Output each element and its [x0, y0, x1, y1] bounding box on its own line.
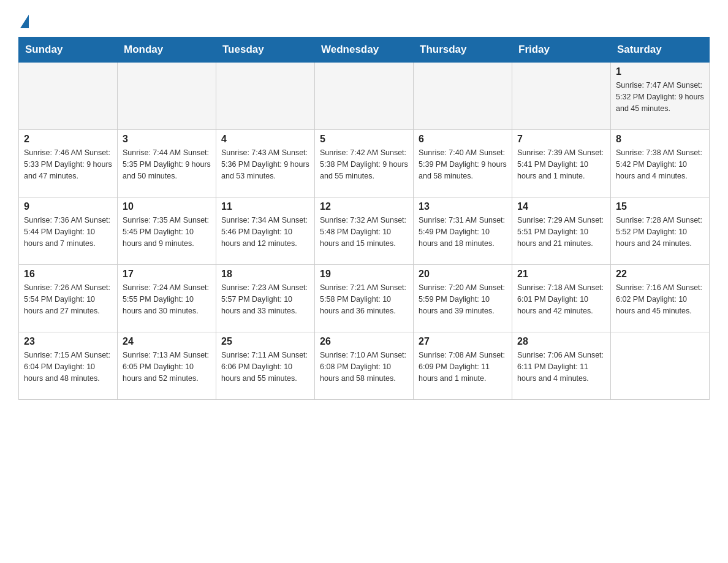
day-number: 25 — [221, 336, 309, 347]
week-row-2: 2Sunrise: 7:46 AM Sunset: 5:33 PM Daylig… — [19, 130, 710, 197]
calendar-cell — [216, 63, 315, 130]
calendar-cell — [414, 63, 512, 130]
weekday-header-row: SundayMondayTuesdayWednesdayThursdayFrid… — [19, 37, 710, 63]
day-number: 20 — [419, 269, 507, 280]
day-info: Sunrise: 7:35 AM Sunset: 5:45 PM Dayligh… — [123, 215, 211, 249]
day-info: Sunrise: 7:06 AM Sunset: 6:11 PM Dayligh… — [517, 350, 605, 384]
day-number: 2 — [24, 134, 112, 145]
day-number: 14 — [517, 201, 605, 212]
day-number: 22 — [616, 269, 704, 280]
day-number: 6 — [419, 134, 507, 145]
day-info: Sunrise: 7:36 AM Sunset: 5:44 PM Dayligh… — [24, 215, 112, 249]
calendar-cell: 7Sunrise: 7:39 AM Sunset: 5:41 PM Daylig… — [512, 130, 611, 197]
calendar-cell: 8Sunrise: 7:38 AM Sunset: 5:42 PM Daylig… — [611, 130, 710, 197]
calendar-cell: 20Sunrise: 7:20 AM Sunset: 5:59 PM Dayli… — [414, 265, 512, 332]
calendar-cell: 22Sunrise: 7:16 AM Sunset: 6:02 PM Dayli… — [611, 265, 710, 332]
calendar-cell — [611, 332, 710, 400]
calendar-cell: 5Sunrise: 7:42 AM Sunset: 5:38 PM Daylig… — [315, 130, 414, 197]
day-info: Sunrise: 7:16 AM Sunset: 6:02 PM Dayligh… — [616, 282, 704, 316]
weekday-header-friday: Friday — [512, 37, 611, 63]
calendar-table: SundayMondayTuesdayWednesdayThursdayFrid… — [18, 37, 710, 400]
calendar-cell: 11Sunrise: 7:34 AM Sunset: 5:46 PM Dayli… — [216, 197, 315, 265]
day-info: Sunrise: 7:32 AM Sunset: 5:48 PM Dayligh… — [320, 215, 408, 249]
day-info: Sunrise: 7:47 AM Sunset: 5:32 PM Dayligh… — [616, 80, 704, 114]
logo-arrow-icon — [20, 15, 29, 28]
calendar-cell: 3Sunrise: 7:44 AM Sunset: 5:35 PM Daylig… — [118, 130, 216, 197]
day-info: Sunrise: 7:08 AM Sunset: 6:09 PM Dayligh… — [419, 350, 507, 384]
day-number: 4 — [221, 134, 309, 145]
calendar-cell: 21Sunrise: 7:18 AM Sunset: 6:01 PM Dayli… — [512, 265, 611, 332]
calendar-cell — [118, 63, 216, 130]
day-number: 21 — [517, 269, 605, 280]
day-number: 3 — [123, 134, 211, 145]
day-number: 28 — [517, 336, 605, 347]
calendar-cell: 2Sunrise: 7:46 AM Sunset: 5:33 PM Daylig… — [19, 130, 118, 197]
day-number: 5 — [320, 134, 408, 145]
calendar-cell: 15Sunrise: 7:28 AM Sunset: 5:52 PM Dayli… — [611, 197, 710, 265]
page-header — [18, 12, 710, 26]
calendar-cell — [315, 63, 414, 130]
calendar-cell: 14Sunrise: 7:29 AM Sunset: 5:51 PM Dayli… — [512, 197, 611, 265]
day-info: Sunrise: 7:31 AM Sunset: 5:49 PM Dayligh… — [419, 215, 507, 249]
day-info: Sunrise: 7:40 AM Sunset: 5:39 PM Dayligh… — [419, 147, 507, 182]
week-row-5: 23Sunrise: 7:15 AM Sunset: 6:04 PM Dayli… — [19, 332, 710, 400]
calendar-cell: 10Sunrise: 7:35 AM Sunset: 5:45 PM Dayli… — [118, 197, 216, 265]
day-number: 8 — [616, 134, 704, 145]
weekday-header-thursday: Thursday — [414, 37, 512, 63]
day-number: 18 — [221, 269, 309, 280]
day-info: Sunrise: 7:42 AM Sunset: 5:38 PM Dayligh… — [320, 147, 408, 182]
day-number: 9 — [24, 201, 112, 212]
day-number: 10 — [123, 201, 211, 212]
logo — [18, 12, 29, 26]
day-info: Sunrise: 7:11 AM Sunset: 6:06 PM Dayligh… — [221, 350, 309, 384]
day-info: Sunrise: 7:18 AM Sunset: 6:01 PM Dayligh… — [517, 282, 605, 316]
calendar-cell: 26Sunrise: 7:10 AM Sunset: 6:08 PM Dayli… — [315, 332, 414, 400]
calendar-cell: 28Sunrise: 7:06 AM Sunset: 6:11 PM Dayli… — [512, 332, 611, 400]
day-number: 27 — [419, 336, 507, 347]
day-info: Sunrise: 7:29 AM Sunset: 5:51 PM Dayligh… — [517, 215, 605, 249]
day-info: Sunrise: 7:21 AM Sunset: 5:58 PM Dayligh… — [320, 282, 408, 316]
day-number: 15 — [616, 201, 704, 212]
day-number: 19 — [320, 269, 408, 280]
weekday-header-wednesday: Wednesday — [315, 37, 414, 63]
calendar-cell: 27Sunrise: 7:08 AM Sunset: 6:09 PM Dayli… — [414, 332, 512, 400]
day-info: Sunrise: 7:23 AM Sunset: 5:57 PM Dayligh… — [221, 282, 309, 316]
calendar-cell: 13Sunrise: 7:31 AM Sunset: 5:49 PM Dayli… — [414, 197, 512, 265]
calendar-cell: 4Sunrise: 7:43 AM Sunset: 5:36 PM Daylig… — [216, 130, 315, 197]
day-info: Sunrise: 7:34 AM Sunset: 5:46 PM Dayligh… — [221, 215, 309, 249]
day-info: Sunrise: 7:44 AM Sunset: 5:35 PM Dayligh… — [123, 147, 211, 182]
calendar-cell: 16Sunrise: 7:26 AM Sunset: 5:54 PM Dayli… — [19, 265, 118, 332]
calendar-cell: 1Sunrise: 7:47 AM Sunset: 5:32 PM Daylig… — [611, 63, 710, 130]
day-number: 23 — [24, 336, 112, 347]
week-row-1: 1Sunrise: 7:47 AM Sunset: 5:32 PM Daylig… — [19, 63, 710, 130]
day-info: Sunrise: 7:46 AM Sunset: 5:33 PM Dayligh… — [24, 147, 112, 182]
day-number: 16 — [24, 269, 112, 280]
calendar-cell: 6Sunrise: 7:40 AM Sunset: 5:39 PM Daylig… — [414, 130, 512, 197]
day-info: Sunrise: 7:26 AM Sunset: 5:54 PM Dayligh… — [24, 282, 112, 316]
day-number: 11 — [221, 201, 309, 212]
day-number: 17 — [123, 269, 211, 280]
weekday-header-saturday: Saturday — [611, 37, 710, 63]
day-number: 12 — [320, 201, 408, 212]
calendar-cell: 17Sunrise: 7:24 AM Sunset: 5:55 PM Dayli… — [118, 265, 216, 332]
day-number: 13 — [419, 201, 507, 212]
day-info: Sunrise: 7:20 AM Sunset: 5:59 PM Dayligh… — [419, 282, 507, 316]
day-number: 7 — [517, 134, 605, 145]
weekday-header-monday: Monday — [118, 37, 216, 63]
weekday-header-tuesday: Tuesday — [216, 37, 315, 63]
calendar-cell: 18Sunrise: 7:23 AM Sunset: 5:57 PM Dayli… — [216, 265, 315, 332]
day-info: Sunrise: 7:43 AM Sunset: 5:36 PM Dayligh… — [221, 147, 309, 182]
week-row-3: 9Sunrise: 7:36 AM Sunset: 5:44 PM Daylig… — [19, 197, 710, 265]
calendar-cell: 9Sunrise: 7:36 AM Sunset: 5:44 PM Daylig… — [19, 197, 118, 265]
week-row-4: 16Sunrise: 7:26 AM Sunset: 5:54 PM Dayli… — [19, 265, 710, 332]
day-info: Sunrise: 7:39 AM Sunset: 5:41 PM Dayligh… — [517, 147, 605, 182]
calendar-cell: 19Sunrise: 7:21 AM Sunset: 5:58 PM Dayli… — [315, 265, 414, 332]
day-info: Sunrise: 7:24 AM Sunset: 5:55 PM Dayligh… — [123, 282, 211, 316]
calendar-cell: 12Sunrise: 7:32 AM Sunset: 5:48 PM Dayli… — [315, 197, 414, 265]
day-info: Sunrise: 7:10 AM Sunset: 6:08 PM Dayligh… — [320, 350, 408, 384]
weekday-header-sunday: Sunday — [19, 37, 118, 63]
day-info: Sunrise: 7:15 AM Sunset: 6:04 PM Dayligh… — [24, 350, 112, 384]
calendar-cell — [512, 63, 611, 130]
calendar-cell: 24Sunrise: 7:13 AM Sunset: 6:05 PM Dayli… — [118, 332, 216, 400]
day-number: 24 — [123, 336, 211, 347]
